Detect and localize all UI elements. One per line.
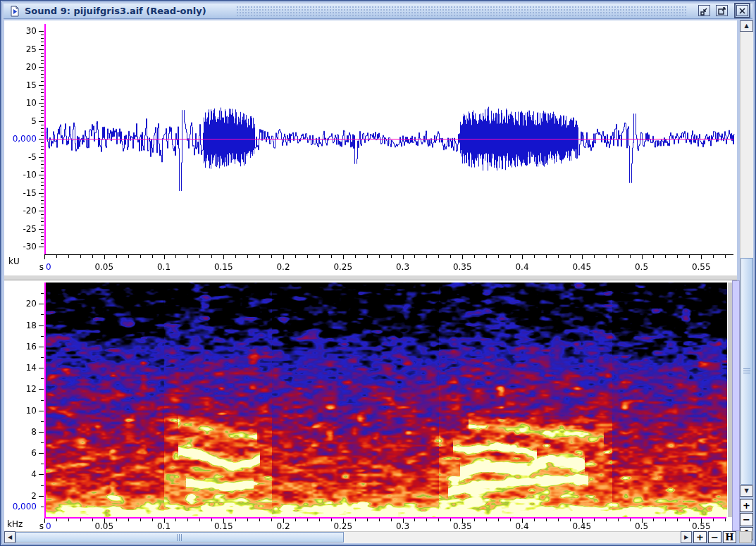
waveform-pane	[4, 20, 737, 275]
horizontal-scrollbar-track[interactable]	[16, 531, 681, 543]
vertical-zoom-out-button[interactable]: −	[740, 513, 753, 526]
close-icon	[738, 6, 747, 15]
triangle-up-icon: ▲	[744, 23, 748, 29]
waveform-canvas[interactable]	[4, 20, 737, 275]
window-title: Sound 9: pijuifgris3.aif (Read-only)	[25, 6, 206, 16]
vertical-scrollbar-track[interactable]	[740, 32, 753, 485]
horizontal-zoom-out-button[interactable]: −	[708, 531, 721, 543]
corner-resize-box	[739, 531, 752, 543]
close-button[interactable]	[736, 5, 748, 16]
thumb-grip-icon	[743, 368, 750, 374]
window-controls	[698, 5, 748, 16]
scroll-right-button[interactable]: ▶	[681, 531, 692, 543]
maximize-button[interactable]	[716, 5, 728, 16]
iconify-icon	[700, 6, 709, 15]
spectrogram-canvas[interactable]	[4, 280, 732, 531]
thumb-grip-icon	[177, 534, 182, 541]
maximize-icon	[717, 6, 726, 15]
iconify-button[interactable]	[698, 5, 710, 16]
scroll-down-button[interactable]: ▼	[740, 485, 753, 497]
triangle-right-icon: ▶	[684, 535, 688, 540]
horizontal-scrollbar[interactable]: ◀ ▶ + − H	[4, 531, 753, 543]
titlebar-texture	[236, 6, 688, 16]
vertical-scrollbar[interactable]: ▲ ▼ + − I	[740, 20, 753, 543]
horizontal-zoom-in-button[interactable]: +	[693, 531, 707, 543]
horizontal-scrollbar-thumb[interactable]	[16, 532, 344, 542]
vertical-scrollbar-thumb[interactable]	[740, 258, 753, 485]
vertical-zoom-in-button[interactable]: +	[740, 499, 753, 512]
spectrogram-pane	[4, 280, 732, 531]
scroll-left-button[interactable]: ◀	[4, 531, 16, 543]
titlebar[interactable]: Sound 9: pijuifgris3.aif (Read-only)	[4, 4, 752, 19]
scroll-up-button[interactable]: ▲	[740, 20, 753, 32]
horizontal-fit-button[interactable]: H	[723, 531, 736, 543]
document-icon	[9, 6, 20, 17]
sound-document-window: Sound 9: pijuifgris3.aif (Read-only)	[0, 0, 756, 546]
triangle-down-icon: ▼	[744, 488, 748, 494]
pane-splitter[interactable]	[4, 275, 737, 280]
spectrogram-scrollbar-track[interactable]	[732, 280, 740, 531]
triangle-left-icon: ◀	[8, 535, 12, 540]
